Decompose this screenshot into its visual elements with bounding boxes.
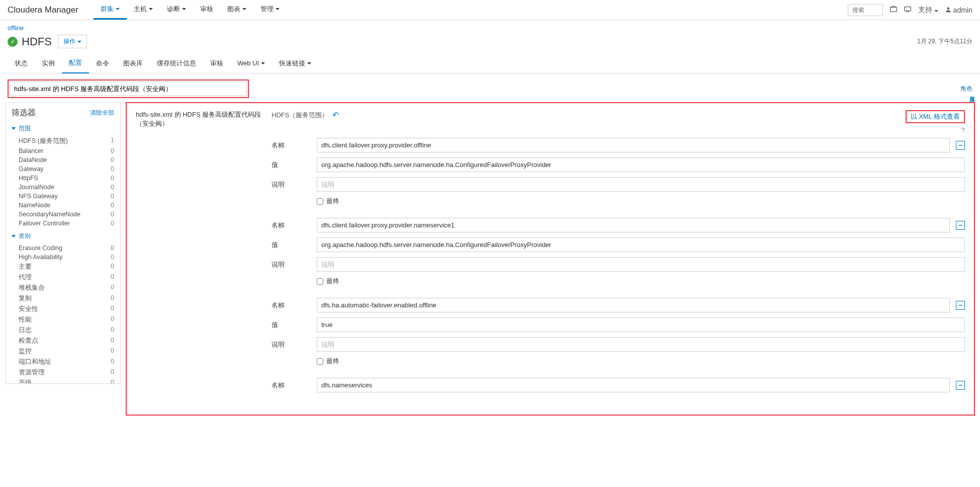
support-menu[interactable]: 支持 <box>918 6 938 15</box>
topnav-item[interactable]: 图表 <box>220 0 253 20</box>
actions-button[interactable]: 操作 <box>58 35 87 48</box>
top-nav: 群集主机诊断审核图表管理 <box>94 0 287 20</box>
filter-item[interactable]: JournalNode0 <box>12 183 114 192</box>
remove-property-button[interactable]: − <box>956 221 965 230</box>
chevron-down-icon <box>12 235 16 237</box>
filter-item[interactable]: HDFS (服务范围)1 <box>12 136 114 146</box>
filter-item[interactable]: High Availability0 <box>12 253 114 262</box>
filter-item[interactable]: SecondaryNameNode0 <box>12 210 114 219</box>
filter-item[interactable]: HttpFS0 <box>12 174 114 183</box>
topnav-item[interactable]: 群集 <box>94 0 127 20</box>
property-final-checkbox[interactable] <box>317 358 323 365</box>
property-block: 名称− <box>272 378 965 392</box>
config-search-input[interactable] <box>10 82 247 96</box>
service-tab[interactable]: 状态 <box>8 53 35 73</box>
field-label-final: 最终 <box>326 277 339 286</box>
property-name-input[interactable] <box>317 298 950 312</box>
config-property-title: hdfs-site.xml 的 HDFS 服务高级配置代码段（安全阀） <box>136 110 272 128</box>
filter-item[interactable]: 高级0 <box>12 378 114 384</box>
field-label-desc: 说明 <box>272 340 317 349</box>
topnav-item[interactable]: 主机 <box>127 0 160 20</box>
filter-item[interactable]: 复制0 <box>12 293 114 304</box>
field-label-name: 名称 <box>272 221 317 230</box>
xml-view-highlight: 以 XML 格式查看 <box>906 110 965 123</box>
property-final-checkbox[interactable] <box>317 198 323 205</box>
property-block: 名称−值说明最终 <box>272 138 965 206</box>
svg-rect-1 <box>905 7 911 11</box>
filter-item[interactable]: 日志0 <box>12 325 114 336</box>
property-name-input[interactable] <box>317 378 950 392</box>
remove-property-button[interactable]: − <box>956 381 965 390</box>
filter-item[interactable]: 性能0 <box>12 314 114 325</box>
filter-item[interactable]: 安全性0 <box>12 304 114 314</box>
filter-item[interactable]: 资源管理0 <box>12 367 114 378</box>
timestamp: 1月 29, 下午5点11分 <box>917 37 972 46</box>
brand-text-2: Manager <box>45 5 78 15</box>
field-label-final: 最终 <box>326 357 339 366</box>
field-label-value: 值 <box>272 240 317 250</box>
global-search-input[interactable] <box>848 4 883 16</box>
property-value-input[interactable] <box>317 157 965 172</box>
filter-item[interactable]: 主要0 <box>12 262 114 272</box>
property-value-input[interactable] <box>317 317 965 332</box>
property-name-input[interactable] <box>317 138 950 152</box>
service-tab[interactable]: 缓存统计信息 <box>150 53 203 73</box>
config-search-row: 角色 <box>0 73 980 102</box>
service-tab[interactable]: 审核 <box>203 53 230 73</box>
filter-item[interactable]: DataNode0 <box>12 155 114 165</box>
filter-item[interactable]: Erasure Coding0 <box>12 244 114 253</box>
field-label-desc: 说明 <box>272 260 317 269</box>
view-as-xml-link[interactable]: 以 XML 格式查看 <box>911 113 960 120</box>
breadcrumb-cluster-link[interactable]: offline <box>8 25 24 32</box>
topnav-item[interactable]: 管理 <box>253 0 287 20</box>
config-scope: HDFS（服务范围） ↶ <box>272 110 339 120</box>
role-groups-link[interactable]: 角色 <box>960 85 972 93</box>
field-label-name: 名称 <box>272 301 317 310</box>
property-name-input[interactable] <box>317 218 950 232</box>
service-tab[interactable]: 命令 <box>89 53 116 73</box>
remove-property-button[interactable]: − <box>956 301 965 310</box>
filter-item[interactable]: 检查点0 <box>12 336 114 346</box>
service-tab[interactable]: Web UI <box>230 53 272 73</box>
status-ok-icon: ✓ <box>8 37 18 47</box>
svg-point-3 <box>947 7 950 10</box>
header-right: 支持 admin <box>848 4 972 16</box>
chevron-down-icon <box>12 127 16 130</box>
field-label-value: 值 <box>272 320 317 330</box>
undo-icon[interactable]: ↶ <box>332 110 339 120</box>
topnav-item[interactable]: 审核 <box>193 0 220 20</box>
filter-item[interactable]: NFS Gateway0 <box>12 192 114 201</box>
field-label-final: 最终 <box>326 197 339 206</box>
scope-group-header[interactable]: 范围 <box>12 124 114 133</box>
filter-item[interactable]: Failover Controller0 <box>12 219 114 228</box>
clear-all-link[interactable]: 清除全部 <box>90 109 114 117</box>
field-label-value: 值 <box>272 160 317 170</box>
service-tab[interactable]: 快速链接 <box>272 53 318 73</box>
filter-item[interactable]: 代理0 <box>12 272 114 283</box>
remove-property-button[interactable]: − <box>956 141 965 150</box>
service-tab[interactable]: 实例 <box>35 53 62 73</box>
property-desc-input[interactable] <box>317 257 965 272</box>
svg-rect-0 <box>890 8 897 12</box>
brand-logo[interactable]: Cloudera Manager <box>8 5 78 15</box>
running-commands-icon[interactable] <box>904 6 911 14</box>
filter-item[interactable]: 堆栈集合0 <box>12 283 114 293</box>
parcels-icon[interactable] <box>890 6 897 14</box>
filter-item[interactable]: 监控0 <box>12 346 114 357</box>
service-tab[interactable]: 配置 <box>62 53 89 73</box>
service-tab[interactable]: 图表库 <box>116 53 150 73</box>
property-value-input[interactable] <box>317 237 965 252</box>
property-block: 名称−值说明最终 <box>272 218 965 286</box>
topnav-item[interactable]: 诊断 <box>160 0 193 20</box>
property-final-checkbox[interactable] <box>317 278 323 285</box>
filter-item[interactable]: NameNode0 <box>12 201 114 210</box>
help-icon[interactable]: ? <box>961 126 965 134</box>
user-menu[interactable]: admin <box>945 6 972 14</box>
property-desc-input[interactable] <box>317 337 965 352</box>
category-group-header[interactable]: 类别 <box>12 232 114 240</box>
filter-item[interactable]: Gateway0 <box>12 165 114 174</box>
filter-sidebar: 筛选器 清除全部 范围 HDFS (服务范围)1Balancer0DataNod… <box>5 102 121 384</box>
filter-item[interactable]: Balancer0 <box>12 146 114 155</box>
property-desc-input[interactable] <box>317 177 965 192</box>
filter-item[interactable]: 端口和地址0 <box>12 357 114 367</box>
